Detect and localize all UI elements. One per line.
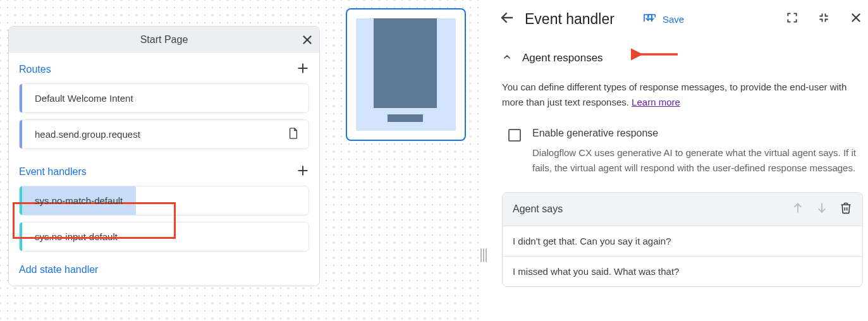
annotation-arrow-icon: [631, 45, 680, 63]
event-handlers-list: sys.no-match-default sys.no-input-defaul…: [9, 186, 319, 251]
event-handlers-label[interactable]: Event handlers: [19, 166, 87, 178]
accordion-label: Agent responses: [522, 52, 603, 64]
route-label: Default Welcome Intent: [35, 93, 133, 104]
routes-list: Default Welcome Intent head.send.group.r…: [9, 83, 319, 149]
learn-more-link[interactable]: Learn more: [632, 97, 680, 107]
agent-says-card: Agent says I didn't get that. Can you sa…: [502, 192, 863, 287]
flow-canvas: Start Page Routes Default Welcome Intent…: [0, 0, 479, 321]
event-handler-label: sys.no-input-default: [35, 231, 118, 242]
routes-label[interactable]: Routes: [19, 64, 51, 75]
panel-title: Event handler: [525, 11, 614, 28]
accent-bar: [20, 120, 22, 148]
event-handlers-section-header: Event handlers: [9, 155, 319, 186]
add-event-handler-button[interactable]: [296, 164, 309, 179]
delete-icon[interactable]: [840, 202, 852, 217]
agent-responses-accordion-header[interactable]: Agent responses: [497, 52, 868, 64]
document-icon: [288, 128, 298, 142]
page-card-title: Start Page: [140, 34, 188, 45]
minimap-viewport: [356, 18, 456, 131]
move-up-icon[interactable]: [792, 202, 804, 217]
save-button[interactable]: Save: [642, 13, 684, 25]
close-icon[interactable]: [300, 33, 314, 47]
add-route-button[interactable]: [296, 62, 309, 77]
page-card: Start Page Routes Default Welcome Intent…: [8, 26, 320, 286]
accent-bar: [20, 222, 22, 251]
fullscreen-exit-icon[interactable]: [817, 11, 830, 27]
checkbox-label: Enable generative response: [532, 128, 863, 139]
enable-generative-checkbox[interactable]: [508, 129, 521, 142]
add-state-handler-link[interactable]: Add state handler: [19, 264, 98, 275]
fullscreen-enter-icon[interactable]: [786, 11, 798, 27]
panel-splitter-handle[interactable]: [479, 245, 488, 265]
agent-response-line[interactable]: I didn't get that. Can you say it again?: [503, 226, 862, 256]
add-state-handler-row: Add state handler: [9, 258, 319, 286]
route-label: head.send.group.request: [35, 129, 140, 140]
event-handler-item[interactable]: sys.no-input-default: [19, 222, 309, 251]
agent-says-header: Agent says: [503, 193, 862, 226]
chevron-up-icon: [502, 52, 512, 64]
page-card-header: Start Page: [9, 27, 319, 53]
accent-bar: [20, 84, 22, 112]
checkbox-description: Dialogflow CX uses generative AI to gene…: [532, 145, 863, 176]
save-label: Save: [663, 14, 684, 25]
route-item[interactable]: Default Welcome Intent: [19, 83, 309, 113]
section-description: You can define different types of respon…: [497, 80, 868, 110]
minimap-card[interactable]: [346, 8, 466, 141]
minimap-page-shape: [388, 114, 423, 122]
route-item[interactable]: head.send.group.request: [19, 119, 309, 149]
move-down-icon[interactable]: [816, 202, 828, 217]
agent-says-title: Agent says: [513, 203, 780, 215]
event-handler-item[interactable]: sys.no-match-default: [19, 186, 309, 215]
event-handler-panel: Event handler Save Agent responses You c…: [497, 0, 868, 321]
enable-generative-row: Enable generative response Dialogflow CX…: [497, 128, 868, 176]
agent-response-line[interactable]: I missed what you said. What was that?: [503, 256, 862, 286]
panel-header: Event handler Save: [497, 10, 868, 28]
back-arrow-icon[interactable]: [499, 10, 515, 28]
close-icon[interactable]: [849, 11, 863, 27]
minimap-page-shape: [374, 18, 437, 108]
routes-section-header: Routes: [9, 53, 319, 83]
event-handler-label: sys.no-match-default: [35, 195, 123, 206]
